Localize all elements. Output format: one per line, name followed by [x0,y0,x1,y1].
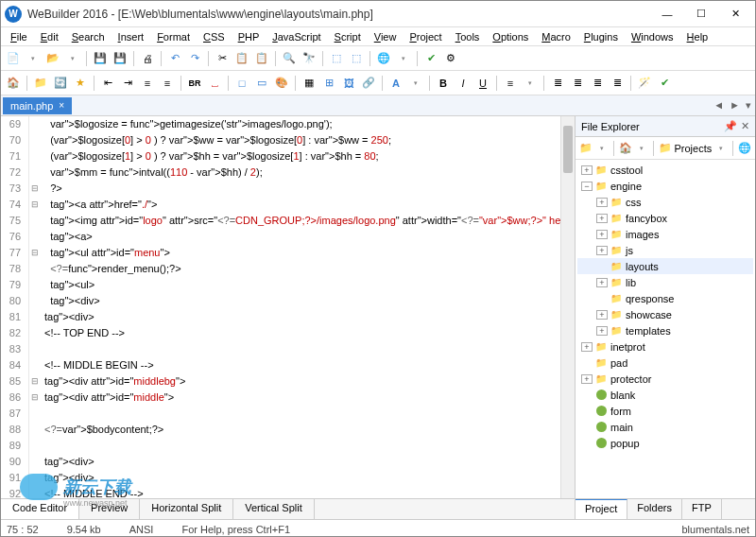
save-all-icon[interactable]: 💾 [112,50,129,67]
globe-icon[interactable]: 🌐 [738,140,751,157]
editor-tab-horizontal-split[interactable]: Horizontal Split [140,499,233,519]
find-icon[interactable]: 🔍 [281,50,298,67]
minimize-button[interactable]: — [651,4,683,25]
tab-close-icon[interactable]: × [59,100,64,111]
expand-icon[interactable]: + [596,246,608,255]
fold-column[interactable]: ⊟⊟⊟⊟⊟ [29,116,41,498]
list-icon[interactable]: ≡ [159,75,176,92]
check-icon[interactable]: ✔ [656,75,673,92]
menu-tools[interactable]: Tools [450,29,486,44]
tree-item-protector[interactable]: +📁protector [577,371,753,387]
toggle-icon[interactable]: ⬚ [328,50,345,67]
wand-icon[interactable]: 🪄 [636,75,653,92]
dropdown-icon[interactable]: ▾ [395,50,412,67]
menu-format[interactable]: Format [151,29,196,44]
explorer-tab-folders[interactable]: Folders [627,499,682,519]
align-icon[interactable]: ≣ [589,75,606,92]
tree-item-css[interactable]: +📁css [577,194,753,210]
link-icon[interactable]: 🔗 [360,75,377,92]
expand-icon[interactable]: + [581,165,593,175]
star-icon[interactable]: ★ [72,75,89,92]
menu-plugins[interactable]: Plugins [578,29,624,44]
refresh-icon[interactable]: 🔄 [52,75,69,92]
dropdown-icon[interactable]: ▾ [635,140,648,157]
scrollbar-vertical[interactable] [560,116,575,498]
dropdown-icon[interactable]: ▾ [25,50,42,67]
editor-tab-preview[interactable]: Preview [79,499,140,519]
menu-macro[interactable]: Macro [536,29,576,44]
projects-label[interactable]: Projects [675,143,713,154]
print-icon[interactable]: 🖨 [139,50,156,67]
toggle-icon[interactable]: ⬚ [348,50,365,67]
italic-button[interactable]: I [455,75,472,92]
menu-javascript[interactable]: JavaScript [266,29,326,44]
menu-insert[interactable]: Insert [112,29,150,44]
image-icon[interactable]: 🖼 [340,75,357,92]
expand-icon[interactable]: + [596,230,608,239]
save-icon[interactable]: 💾 [92,50,109,67]
tree-item-js[interactable]: +📁js [577,242,753,258]
tag-icon[interactable]: ▭ [253,75,270,92]
table-icon[interactable]: ⊞ [320,75,337,92]
dropdown-icon[interactable]: ▾ [64,50,81,67]
dropdown-icon[interactable]: ▾ [522,75,539,92]
folder-icon[interactable]: 📁 [32,75,49,92]
tree-item-main[interactable]: main [577,419,753,435]
tree-item-fancybox[interactable]: +📁fancybox [577,210,753,226]
explorer-tab-project[interactable]: Project [576,499,627,519]
tree-item-layouts[interactable]: 📁layouts [577,258,753,274]
cut-icon[interactable]: ✂ [214,50,231,67]
menu-php[interactable]: PHP [232,29,266,44]
file-tab[interactable]: main.php × [3,97,72,114]
maximize-button[interactable]: ☐ [685,4,717,25]
editor-tab-vertical-split[interactable]: Vertical Split [233,499,315,519]
tree-item-showcase[interactable]: +📁showcase [577,306,753,322]
home-icon[interactable]: 🏠 [619,140,632,157]
align-icon[interactable]: ≣ [609,75,626,92]
undo-icon[interactable]: ↶ [166,50,183,67]
menu-project[interactable]: Project [404,29,447,44]
align-left-icon[interactable]: ≡ [502,75,519,92]
expand-icon[interactable]: − [581,182,593,191]
menu-help[interactable]: Help [681,29,714,44]
nbsp-icon[interactable]: ⎵ [206,75,223,92]
expand-icon[interactable]: + [596,214,608,223]
tree-item-templates[interactable]: +📁templates [577,322,753,338]
projects-icon[interactable]: 📁 [659,140,672,157]
tree-item-csstool[interactable]: +📁csstool [577,162,753,178]
prev-tab-icon[interactable]: ◄ [713,99,724,112]
browser-icon[interactable]: 🌐 [375,50,392,67]
tree-item-popup[interactable]: popup [577,435,753,451]
expand-icon[interactable]: + [596,278,608,287]
expand-icon[interactable]: + [581,342,593,352]
expand-icon[interactable]: + [596,310,608,320]
align-icon[interactable]: ≣ [569,75,586,92]
tag-icon[interactable]: □ [233,75,250,92]
menu-search[interactable]: Search [66,29,111,44]
color-icon[interactable]: 🎨 [273,75,290,92]
menu-script[interactable]: Script [329,29,367,44]
new-file-icon[interactable]: 📄 [5,50,22,67]
tree-item-lib[interactable]: +📁lib [577,274,753,290]
binoculars-icon[interactable]: 🔭 [301,50,318,67]
pin-icon[interactable]: 📌 [724,120,737,132]
tree-item-images[interactable]: +📁images [577,226,753,242]
new-folder-icon[interactable]: 📁 [579,140,593,157]
dropdown-icon[interactable]: ▾ [595,140,609,157]
align-icon[interactable]: ≣ [549,75,566,92]
menu-edit[interactable]: Edit [35,29,64,44]
menu-file[interactable]: File [5,29,33,44]
menu-windows[interactable]: Windows [626,29,679,44]
close-button[interactable]: ✕ [719,4,751,25]
bold-button[interactable]: B [435,75,452,92]
editor-tab-code-editor[interactable]: Code Editor [1,499,79,519]
expand-icon[interactable]: + [596,326,608,336]
underline-button[interactable]: U [474,75,491,92]
explorer-tab-ftp[interactable]: FTP [682,499,722,519]
next-tab-icon[interactable]: ► [730,99,740,112]
redo-icon[interactable]: ↷ [186,50,203,67]
menu-options[interactable]: Options [487,29,534,44]
open-icon[interactable]: 📂 [44,50,61,67]
tree-item-inetprot[interactable]: +📁inetprot [577,338,753,355]
close-panel-icon[interactable]: ✕ [741,120,749,132]
